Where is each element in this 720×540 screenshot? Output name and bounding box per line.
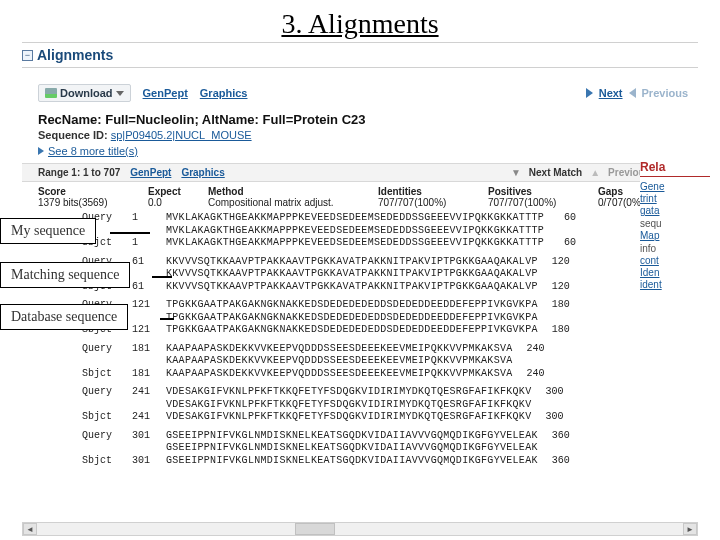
download-icon xyxy=(45,88,57,98)
alignment-row: Query301GSEEIPPNIFVKGLNMDISKNELKEATSGQDK… xyxy=(82,430,682,443)
chevron-down-icon xyxy=(116,91,124,96)
scroll-thumb[interactable] xyxy=(295,523,335,535)
hit-title: RecName: Full=Nucleolin; AltName: Full=P… xyxy=(22,108,698,129)
expand-icon xyxy=(38,147,44,155)
expect-value: 0.0 xyxy=(148,197,208,208)
related-link[interactable]: Gene xyxy=(640,181,710,192)
alignment-row: Query61KKVVVSQTKKAAVPTPAKKAAVTPGKKAVATPA… xyxy=(82,256,682,269)
annotation-my-sequence: My sequence xyxy=(0,218,96,244)
horizontal-scrollbar[interactable]: ◄ ► xyxy=(22,522,698,536)
range-bar: Range 1: 1 to 707 GenPept Graphics ▼ Nex… xyxy=(22,163,698,182)
alignment-row: GSEEIPPNIFVKGLNMDISKNELKEATSGQDKVIDAIIAV… xyxy=(82,442,682,455)
alignment-row: Sbjct181KAAPAAPASKDEKKVVKEEPVQDDDSSEESDE… xyxy=(82,368,682,381)
download-button[interactable]: Download xyxy=(38,84,131,102)
scroll-right-icon[interactable]: ► xyxy=(683,523,697,535)
alignment-row: KKVVVSQTKKAAVPTPAKKAAVTPGKKAVATPAKKNITPA… xyxy=(82,268,682,281)
alignment-row: Sbjct61KKVVVSQTKKAAVPTPAKKAAVTPGKKAVATPA… xyxy=(82,281,682,294)
alignment-row: Query121TPGKKGAATPAKGAKNGKNAKKEDSDEDEDED… xyxy=(82,299,682,312)
section-title: Alignments xyxy=(37,47,113,63)
genpept-link[interactable]: GenPept xyxy=(143,87,188,99)
col-pos-hdr: Positives xyxy=(488,186,598,197)
related-link[interactable]: Iden xyxy=(640,267,710,278)
alignment-row: KAAPAAPASKDEKKVVKEEPVQDDDSSEESDEEEKEEVME… xyxy=(82,355,682,368)
download-label: Download xyxy=(60,87,113,99)
alignments-section-header[interactable]: − Alignments xyxy=(22,43,698,68)
alignment-row: MVKLAKAGKTHGEAKKMAPPPKEVEEDSEDEEMSEDEDDS… xyxy=(82,225,682,238)
next-icon[interactable] xyxy=(586,88,593,98)
score-value: 1379 bits(3569) xyxy=(38,197,148,208)
sequence-id-label: Sequence ID: xyxy=(38,129,108,141)
slide-title: 3. Alignments xyxy=(0,0,720,42)
alignment-row: Sbjct241VDESAKGIFVKNLPFKFTKKQFETYFSDQGKV… xyxy=(82,411,682,424)
graphics-link[interactable]: Graphics xyxy=(200,87,248,99)
stats-row: 1379 bits(3569) 0.0 Compositional matrix… xyxy=(22,197,698,212)
related-panel: Rela Gene trint gata sequ Map info cont … xyxy=(640,160,710,291)
pos-value: 707/707(100%) xyxy=(488,197,598,208)
col-ident-hdr: Identities xyxy=(378,186,488,197)
method-value: Compositional matrix adjust. xyxy=(208,197,378,208)
col-method-hdr: Method xyxy=(208,186,378,197)
alignment-row: Sbjct301GSEEIPPNIFVKGLNMDISKNELKEATSGQDK… xyxy=(82,455,682,468)
collapse-icon[interactable]: − xyxy=(22,50,33,61)
range-label: Range 1: 1 to 707 xyxy=(38,167,120,178)
related-link[interactable]: cont xyxy=(640,255,710,266)
alignments-panel: − Alignments Download GenPept Graphics N… xyxy=(22,42,698,467)
related-header: Rela xyxy=(640,160,710,177)
sequence-id-line: Sequence ID: sp|P09405.2|NUCL_MOUSE xyxy=(22,129,698,143)
ident-value: 707/707(100%) xyxy=(378,197,488,208)
annotation-database-sequence: Database sequence xyxy=(0,304,128,330)
alignment-row: VDESAKGIFVKNLPFKFTKKQFETYFSDQGKVIDIRIMYD… xyxy=(82,399,682,412)
sequence-id-link[interactable]: sp|P09405.2|NUCL_MOUSE xyxy=(111,129,252,141)
stats-header: Score Expect Method Identities Positives… xyxy=(22,182,698,197)
scroll-track[interactable] xyxy=(37,523,683,535)
see-more-titles[interactable]: See 8 more title(s) xyxy=(22,143,698,163)
range-genpept-link[interactable]: GenPept xyxy=(130,167,171,178)
alignment-block: Query1MVKLAKAGKTHGEAKKMAPPPKEVEEDSEDEEMS… xyxy=(22,212,698,467)
alignment-row: Query181KAAPAAPASKDEKKVVKEEPVQDDDSSEESDE… xyxy=(82,343,682,356)
related-link[interactable]: gata xyxy=(640,205,710,216)
related-text: sequ xyxy=(640,218,662,229)
related-text: info xyxy=(640,243,656,254)
next-match[interactable]: Next Match xyxy=(529,167,582,178)
range-graphics-link[interactable]: Graphics xyxy=(181,167,224,178)
related-link[interactable]: ident xyxy=(640,279,710,290)
previous-link: Previous xyxy=(642,87,688,99)
alignment-row: Query1MVKLAKAGKTHGEAKKMAPPPKEVEEDSEDEEMS… xyxy=(82,212,682,225)
scroll-left-icon[interactable]: ◄ xyxy=(23,523,37,535)
previous-icon xyxy=(629,88,636,98)
next-link[interactable]: Next xyxy=(599,87,623,99)
col-score-hdr: Score xyxy=(38,186,148,197)
alignment-row: Sbjct121TPGKKGAATPAKGAKNGKNAKKEDSDEDEDED… xyxy=(82,324,682,337)
see-more-link[interactable]: See 8 more title(s) xyxy=(48,145,138,157)
alignment-row: Sbjct1MVKLAKAGKTHGEAKKMAPPPKEVEEDSEDEEMS… xyxy=(82,237,682,250)
alignment-row: Query241VDESAKGIFVKNLPFKFTKKQFETYFSDQGKV… xyxy=(82,386,682,399)
annotation-matching-sequence: Matching sequence xyxy=(0,262,130,288)
related-link[interactable]: Map xyxy=(640,230,710,241)
col-expect-hdr: Expect xyxy=(148,186,208,197)
hit-toolbar: Download GenPept Graphics Next Previous xyxy=(22,68,698,108)
related-link[interactable]: trint xyxy=(640,193,710,204)
